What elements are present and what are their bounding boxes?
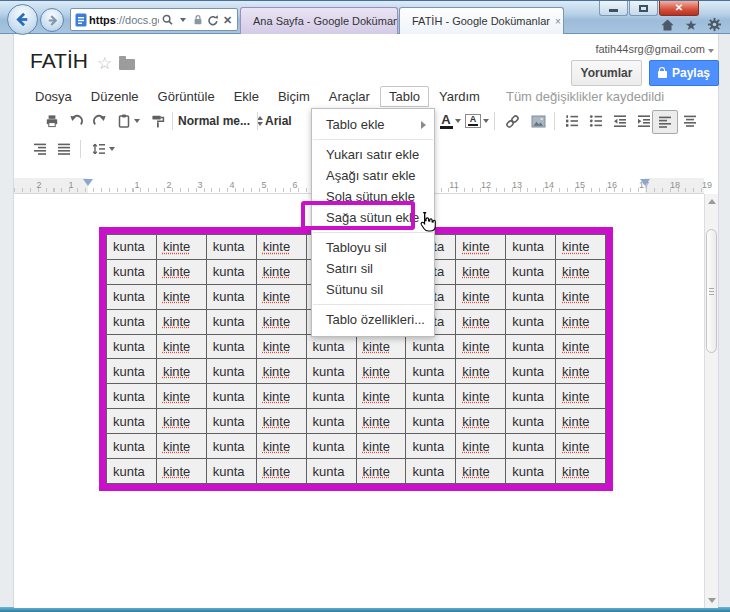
table-cell[interactable]: kinte (556, 310, 605, 334)
table-cell[interactable]: kinte (157, 260, 206, 284)
align-left-button[interactable] (652, 110, 678, 134)
scroll-down-button[interactable] (705, 593, 718, 608)
table-cell[interactable]: kinte (456, 335, 505, 359)
tab-close-icon[interactable]: × (555, 16, 561, 27)
table-cell[interactable]: kinte (257, 434, 306, 458)
scroll-up-button[interactable] (705, 194, 718, 209)
table-cell[interactable]: kinte (456, 260, 505, 284)
table-cell[interactable]: kunta (307, 384, 356, 408)
right-indent-marker[interactable] (640, 179, 650, 186)
table-cell[interactable]: kinte (556, 335, 605, 359)
menubar-item-tablo[interactable]: Tablo (380, 86, 429, 107)
table-cell[interactable]: kinte (357, 434, 406, 458)
menubar-item-araclar[interactable]: Araçlar (320, 86, 379, 107)
undo-button[interactable] (64, 110, 88, 132)
folder-icon[interactable] (119, 59, 135, 70)
comments-button[interactable]: Yorumlar (571, 60, 642, 86)
table-cell[interactable]: kunta (506, 285, 555, 309)
table-cell[interactable]: kinte (257, 359, 306, 383)
table-cell[interactable]: kunta (506, 310, 555, 334)
line-spacing-button[interactable] (86, 138, 120, 160)
back-button[interactable] (7, 4, 38, 35)
table-cell[interactable]: kinte (257, 260, 306, 284)
table-cell[interactable]: kinte (357, 459, 406, 483)
table-cell[interactable]: kunta (506, 409, 555, 433)
account-menu[interactable]: fatih44srg@gmail.com (595, 43, 714, 55)
table-cell[interactable]: kunta (406, 434, 455, 458)
table-cell[interactable]: kinte (157, 384, 206, 408)
table-cell[interactable]: kinte (257, 310, 306, 334)
table-cell[interactable]: kinte (157, 359, 206, 383)
table-cell[interactable]: kinte (257, 285, 306, 309)
table-cell[interactable]: kinte (456, 235, 505, 259)
menubar-item-yardim[interactable]: Yardım (430, 86, 489, 107)
table-menu-item-asagi-satir-ekle[interactable]: Aşağı satır ekle (312, 165, 434, 186)
menubar-item-duzenle[interactable]: Düzenle (82, 86, 148, 107)
scrollbar-thumb[interactable] (706, 229, 717, 353)
table-cell[interactable]: kunta (307, 434, 356, 458)
table-cell[interactable]: kinte (456, 409, 505, 433)
left-indent-marker[interactable] (83, 179, 93, 186)
insert-link-button[interactable] (500, 110, 524, 132)
table-cell[interactable]: kunta (107, 359, 156, 383)
table-cell[interactable]: kinte (157, 335, 206, 359)
bulleted-list-button[interactable] (584, 110, 608, 132)
menubar-item-bicim[interactable]: Biçim (269, 86, 319, 107)
vertical-scrollbar[interactable] (704, 194, 718, 608)
table-cell[interactable]: kinte (257, 459, 306, 483)
table-menu-item-tabloyu-sil[interactable]: Tabloyu sil (312, 237, 434, 258)
table-cell[interactable]: kinte (456, 384, 505, 408)
table-cell[interactable]: kinte (357, 359, 406, 383)
table-cell[interactable]: kunta (506, 434, 555, 458)
share-button[interactable]: Paylaş (649, 60, 719, 86)
minimize-button[interactable] (599, 1, 628, 16)
table-cell[interactable]: kinte (556, 384, 605, 408)
table-cell[interactable]: kunta (406, 359, 455, 383)
table-cell[interactable]: kunta (506, 235, 555, 259)
table-cell[interactable]: kinte (357, 384, 406, 408)
table-cell[interactable]: kunta (207, 310, 256, 334)
stop-icon[interactable]: ✕ (221, 12, 234, 28)
table-cell[interactable]: kunta (107, 310, 156, 334)
table-cell[interactable]: kinte (556, 409, 605, 433)
table-cell[interactable]: kunta (107, 434, 156, 458)
table-cell[interactable]: kinte (556, 285, 605, 309)
table-cell[interactable]: kinte (357, 335, 406, 359)
table-cell[interactable]: kunta (307, 409, 356, 433)
table-cell[interactable]: kunta (406, 409, 455, 433)
table-cell[interactable]: kunta (207, 434, 256, 458)
table-cell[interactable]: kunta (107, 335, 156, 359)
table-cell[interactable]: kunta (207, 409, 256, 433)
table-cell[interactable]: kunta (207, 335, 256, 359)
table-cell[interactable]: kinte (157, 310, 206, 334)
table-cell[interactable]: kinte (357, 409, 406, 433)
align-center-button[interactable] (678, 110, 702, 132)
table-cell[interactable]: kunta (506, 260, 555, 284)
forward-button[interactable] (40, 8, 64, 32)
table-cell[interactable]: kunta (406, 459, 455, 483)
table-menu-item-satiri-sil[interactable]: Satırı sil (312, 258, 434, 279)
table-cell[interactable]: kunta (506, 335, 555, 359)
table-cell[interactable]: kunta (406, 335, 455, 359)
address-bar[interactable]: https://docs.goo... ✕ (70, 8, 238, 31)
web-clipboard-button[interactable] (112, 110, 144, 132)
justify-button[interactable] (52, 138, 76, 160)
table-cell[interactable]: kunta (207, 459, 256, 483)
table-cell[interactable]: kinte (257, 335, 306, 359)
table-cell[interactable]: kunta (207, 384, 256, 408)
table-menu-item-yukari-satir-ekle[interactable]: Yukarı satır ekle (312, 144, 434, 165)
table-cell[interactable]: kunta (107, 409, 156, 433)
table-cell[interactable]: kunta (506, 359, 555, 383)
document-title[interactable]: FATİH (30, 49, 88, 73)
table-cell[interactable]: kunta (406, 384, 455, 408)
decrease-indent-button[interactable] (608, 110, 632, 132)
table-cell[interactable]: kinte (556, 235, 605, 259)
styles-selector[interactable]: Normal me... (178, 110, 254, 132)
table-cell[interactable]: kunta (307, 459, 356, 483)
insert-image-button[interactable] (526, 110, 550, 132)
settings-button[interactable] (703, 16, 725, 33)
menubar-item-dosya[interactable]: Dosya (26, 86, 81, 107)
table-cell[interactable]: kinte (157, 434, 206, 458)
table-cell[interactable]: kinte (257, 384, 306, 408)
print-button[interactable] (40, 110, 64, 132)
